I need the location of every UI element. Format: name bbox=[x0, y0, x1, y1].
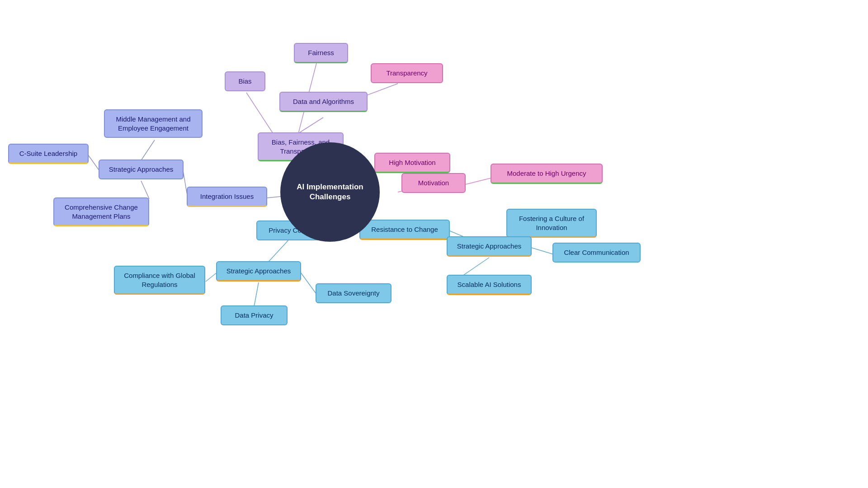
svg-line-15 bbox=[206, 272, 217, 282]
high-motivation-node[interactable]: High Motivation bbox=[374, 153, 450, 173]
data-algorithms-node[interactable]: Data and Algorithms bbox=[279, 92, 368, 112]
transparency-node[interactable]: Transparency bbox=[371, 63, 443, 83]
motivation-node[interactable]: Motivation bbox=[401, 173, 466, 193]
middle-management-node[interactable]: Middle Management and Employee Engagemen… bbox=[104, 109, 203, 138]
strategic-approaches-right-node[interactable]: Strategic Approaches bbox=[447, 236, 532, 257]
bias-node[interactable]: Bias bbox=[225, 71, 265, 91]
integration-issues-node[interactable]: Integration Issues bbox=[187, 187, 267, 207]
svg-line-12 bbox=[141, 181, 149, 199]
center-node: AI Implementation Challenges bbox=[280, 142, 380, 242]
fairness-node[interactable]: Fairness bbox=[294, 43, 348, 63]
strategic-approaches-bottom-node[interactable]: Strategic Approaches bbox=[216, 261, 301, 282]
svg-line-16 bbox=[301, 272, 316, 294]
svg-line-17 bbox=[254, 282, 259, 306]
strategic-approaches-left-node[interactable]: Strategic Approaches bbox=[99, 160, 184, 179]
resistance-to-change-node[interactable]: Resistance to Change bbox=[359, 220, 450, 240]
compliance-global-node[interactable]: Compliance with Global Regulations bbox=[114, 266, 205, 295]
moderate-urgency-node[interactable]: Moderate to High Urgency bbox=[491, 164, 603, 184]
data-privacy-node[interactable]: Data Privacy bbox=[221, 305, 288, 325]
c-suite-leadership-node[interactable]: C-Suite Leadership bbox=[8, 144, 89, 164]
scalable-ai-solutions-node[interactable]: Scalable AI Solutions bbox=[447, 275, 532, 295]
svg-line-11 bbox=[88, 155, 99, 171]
svg-line-21 bbox=[531, 248, 554, 254]
svg-line-3 bbox=[298, 117, 323, 133]
comprehensive-change-node[interactable]: Comprehensive Change Management Plans bbox=[53, 197, 149, 226]
svg-line-7 bbox=[466, 178, 493, 184]
svg-line-10 bbox=[141, 140, 155, 160]
clear-communication-node[interactable]: Clear Communication bbox=[552, 243, 641, 263]
fostering-innovation-node[interactable]: Fostering a Culture of Innovation bbox=[506, 209, 597, 238]
data-sovereignty-node[interactable]: Data Sovereignty bbox=[316, 283, 392, 303]
